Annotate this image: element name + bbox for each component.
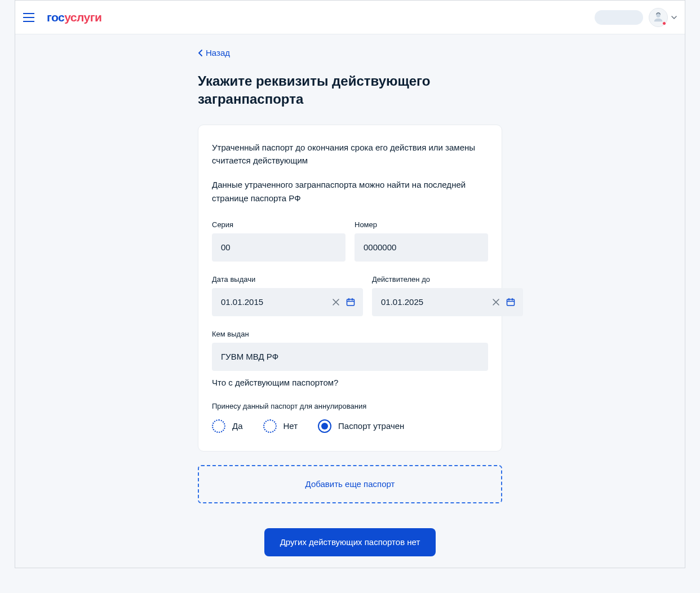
header-pill (595, 10, 643, 25)
back-link[interactable]: Назад (198, 48, 230, 57)
info-text-1: Утраченный паспорт до окончания срока ег… (212, 141, 488, 167)
number-input[interactable] (355, 233, 488, 262)
issue-date-field[interactable] (212, 288, 363, 316)
svg-rect-1 (347, 299, 355, 306)
radio-label: Да (232, 421, 243, 431)
radio-option-lost[interactable]: Паспорт утрачен (318, 419, 404, 433)
issue-date-label: Дата выдачи (212, 275, 363, 284)
chevron-down-icon (671, 15, 677, 20)
clear-icon[interactable] (330, 296, 342, 308)
radio-group: Да Нет Паспорт утрачен (212, 419, 488, 433)
valid-until-input[interactable] (372, 288, 490, 316)
calendar-icon[interactable] (345, 296, 356, 308)
radio-option-yes[interactable]: Да (212, 419, 243, 433)
app-header: госуслуги (15, 1, 685, 34)
issued-by-input[interactable] (212, 343, 488, 371)
page-title: Укажите реквизиты действующего загранпас… (198, 72, 502, 109)
radio-icon (318, 419, 331, 433)
notification-dot-icon (662, 21, 666, 25)
question-subtitle: Принесу данный паспорт для аннулирования (212, 402, 488, 410)
back-label: Назад (206, 48, 230, 57)
radio-option-no[interactable]: Нет (263, 419, 298, 433)
radio-icon (263, 419, 277, 433)
add-passport-button[interactable]: Добавить еще паспорт (198, 465, 502, 503)
passport-card: Утраченный паспорт до окончания срока ег… (198, 125, 502, 452)
issue-date-input[interactable] (212, 288, 330, 316)
radio-label: Нет (283, 421, 298, 431)
valid-until-field[interactable] (372, 288, 523, 316)
logo[interactable]: госуслуги (47, 11, 101, 24)
info-text-2: Данные утраченного загранпаспорта можно … (212, 178, 488, 205)
number-label: Номер (355, 220, 488, 229)
series-input[interactable] (212, 233, 345, 262)
chevron-left-icon (198, 50, 203, 56)
svg-rect-2 (507, 299, 515, 306)
user-menu[interactable] (649, 8, 677, 27)
calendar-icon[interactable] (505, 296, 516, 308)
question-title: Что с действующим паспортом? (212, 378, 488, 387)
clear-icon[interactable] (490, 296, 502, 308)
radio-icon (212, 419, 225, 433)
radio-label: Паспорт утрачен (338, 421, 404, 431)
avatar (649, 8, 668, 27)
series-label: Серия (212, 220, 345, 229)
menu-icon[interactable] (23, 11, 37, 24)
issued-by-label: Кем выдан (212, 330, 488, 338)
valid-until-label: Действителен до (372, 275, 523, 284)
submit-button[interactable]: Других действующих паспортов нет (264, 528, 436, 556)
